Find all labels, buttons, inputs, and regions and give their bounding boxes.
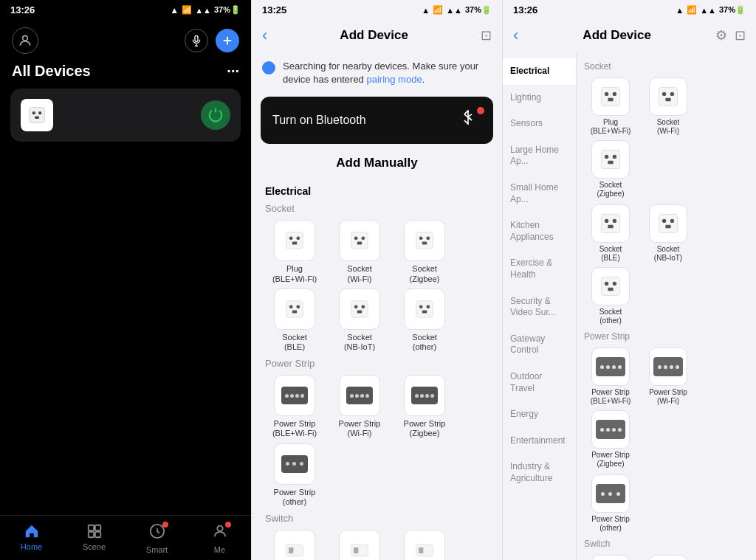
- sidebar-cat-entertainment[interactable]: Entertainment: [503, 428, 576, 454]
- socket-wifi-icon: [339, 220, 380, 261]
- signal-icon-p2: ▲▲: [446, 6, 462, 15]
- ps-zigbee-item[interactable]: Power Strip(Zigbee): [395, 375, 454, 438]
- avatar[interactable]: [12, 27, 38, 54]
- bluetooth-icon-wrap: [461, 110, 481, 131]
- add-device-panel-full: 13:26 ▲ 📶 ▲▲ 37%🔋 ‹ Add Device ⚙ ⊡ Elect…: [502, 0, 756, 560]
- ps-ble-wifi-item[interactable]: Power Strip(BLE+Wi-Fi): [265, 375, 324, 438]
- ps-wifi-icon: [339, 375, 380, 416]
- category-sidebar[interactable]: Electrical Lighting Sensors Large Home A…: [503, 52, 577, 560]
- sidebar-cat-small-home[interactable]: Small Home Ap...: [503, 175, 576, 212]
- svg-point-36: [419, 305, 423, 308]
- switch-3-item[interactable]: Switch: [395, 530, 454, 560]
- sidebar-cat-sensors[interactable]: Sensors: [503, 111, 576, 137]
- back-button-p3[interactable]: ‹: [513, 26, 518, 45]
- nav-scene[interactable]: Scene: [63, 516, 126, 560]
- p3-plug-ble-wifi-label: Plug(BLE+Wi-Fi): [591, 118, 631, 136]
- p3-ps-other[interactable]: Power Strip(other): [584, 474, 637, 533]
- ps-zigbee-icon: [404, 375, 445, 416]
- plug-ble-wifi-item[interactable]: Plug(BLE+Wi-Fi): [265, 220, 324, 283]
- ps-other-item[interactable]: Power Strip(other): [265, 443, 324, 507]
- svg-rect-57: [601, 214, 619, 232]
- back-button-p2[interactable]: ‹: [262, 26, 267, 45]
- p3-switch-ble-wifi[interactable]: Switch(BLE+Wi-Fi): [584, 555, 637, 560]
- notice-text: Searching for nearby devices. Make sure …: [283, 60, 492, 86]
- panel3-layout: Electrical Lighting Sensors Large Home A…: [503, 52, 756, 560]
- p3-socket-zigbee[interactable]: Socket(Zigbee): [584, 140, 637, 198]
- bottom-nav: Home Scene Smart Me: [0, 515, 251, 560]
- svg-point-25: [426, 237, 430, 241]
- p3-plug-ble-wifi[interactable]: Plug(BLE+Wi-Fi): [584, 77, 637, 136]
- socket-nbiot-icon: [339, 288, 380, 330]
- switch-2-item[interactable]: Switch: [330, 530, 389, 560]
- sidebar-cat-security[interactable]: Security & Video Sur...: [503, 288, 576, 326]
- sidebar-cat-gateway[interactable]: Gateway Control: [503, 326, 576, 364]
- nav-smart[interactable]: Smart: [126, 516, 188, 560]
- nav-home-label: Home: [21, 542, 42, 551]
- sidebar-cat-kitchen[interactable]: Kitchen Appliances: [503, 212, 576, 250]
- p3-socket-wifi[interactable]: Socket(Wi-Fi): [642, 77, 695, 136]
- ps-wifi-item[interactable]: Power Strip(Wi-Fi): [330, 375, 389, 438]
- sidebar-cat-lighting[interactable]: Lighting: [503, 85, 576, 111]
- p3-switch-grid: Switch(BLE+Wi-Fi) Switch(Wi-Fi): [584, 555, 749, 560]
- bluetooth-toggle-bar[interactable]: Turn on Bluetooth: [261, 97, 493, 144]
- svg-point-54: [605, 155, 608, 159]
- socket-zigbee-item[interactable]: Socket(Zigbee): [395, 220, 454, 283]
- p3-ps-wifi[interactable]: Power Strip(Wi-Fi): [642, 348, 695, 406]
- p3-socket-other-icon: [591, 267, 630, 305]
- panel1-header-left: [12, 27, 38, 54]
- ps-ble-wifi-label: Power Strip(BLE+Wi-Fi): [272, 419, 317, 438]
- socket-nbiot-item[interactable]: Socket(NB-IoT): [330, 288, 389, 352]
- power-button[interactable]: [201, 100, 230, 130]
- expand-button-p3[interactable]: ⊡: [735, 27, 746, 44]
- settings-button-p3[interactable]: ⚙: [715, 27, 727, 44]
- socket-ble-item[interactable]: Socket(BLE): [265, 288, 324, 352]
- sidebar-cat-large-home[interactable]: Large Home Ap...: [503, 137, 576, 175]
- svg-point-29: [296, 305, 300, 308]
- p3-ps-grid: Power Strip(BLE+Wi-Fi) Power Strip(Wi-Fi…: [584, 348, 749, 469]
- sidebar-cat-outdoor[interactable]: Outdoor Travel: [503, 364, 576, 401]
- p3-ps-zigbee[interactable]: Power Strip(Zigbee): [584, 410, 637, 469]
- status-bar-panel3: 13:26 ▲ 📶 ▲▲ 37%🔋: [503, 0, 756, 20]
- svg-point-28: [289, 305, 293, 308]
- more-options-button[interactable]: ···: [227, 63, 239, 80]
- signal-icon-p3: ▲▲: [700, 6, 716, 15]
- nav-me[interactable]: Me: [188, 516, 251, 560]
- sidebar-cat-energy[interactable]: Energy: [503, 401, 576, 428]
- svg-rect-27: [286, 301, 303, 317]
- p3-ps-zigbee-label: Power Strip(Zigbee): [591, 451, 630, 469]
- p3-socket-other[interactable]: Socket(other): [584, 267, 637, 325]
- sidebar-cat-exercise[interactable]: Exercise & Health: [503, 250, 576, 288]
- socket-other-item[interactable]: Socket(other): [395, 288, 454, 352]
- svg-rect-22: [357, 242, 362, 245]
- nav-smart-label: Smart: [146, 545, 168, 554]
- add-button[interactable]: [216, 29, 239, 52]
- device-content-area[interactable]: Socket Plug(BLE+Wi-Fi): [577, 52, 756, 560]
- svg-point-32: [354, 305, 358, 308]
- electrical-category-label: Electrical: [265, 185, 489, 197]
- socket-wifi-item[interactable]: Socket(Wi-Fi): [330, 220, 389, 283]
- sidebar-cat-electrical[interactable]: Electrical: [503, 58, 576, 85]
- device-card[interactable]: [10, 89, 241, 142]
- svg-point-51: [670, 92, 674, 96]
- svg-rect-52: [665, 98, 670, 102]
- svg-point-33: [361, 305, 365, 308]
- p3-switch-wifi[interactable]: Switch(Wi-Fi): [642, 555, 695, 560]
- p3-socket-nbiot[interactable]: Socket(NB-IoT): [642, 204, 695, 263]
- svg-point-55: [613, 155, 616, 159]
- nav-home[interactable]: Home: [0, 516, 63, 560]
- mic-button[interactable]: [185, 29, 208, 52]
- svg-rect-13: [94, 532, 100, 537]
- sidebar-cat-industry[interactable]: Industry & Agriculture: [503, 454, 576, 491]
- svg-rect-65: [601, 277, 619, 295]
- electrical-section: Electrical Socket Plug(BLE+Wi-Fi): [262, 185, 492, 560]
- battery-p3: 37%🔋: [719, 5, 746, 15]
- expand-button-p2[interactable]: ⊡: [481, 27, 492, 44]
- p3-socket-ble[interactable]: Socket(BLE): [584, 204, 637, 263]
- add-manually-scroll[interactable]: Add Manually Electrical Socket: [252, 144, 502, 560]
- p3-ps-ble-wifi[interactable]: Power Strip(BLE+Wi-Fi): [584, 348, 637, 406]
- add-device-panel-bluetooth: 13:25 ▲ 📶 ▲▲ 37%🔋 ‹ Add Device ⊡ Searchi…: [251, 0, 502, 560]
- switch-1-item[interactable]: Switch: [265, 530, 324, 560]
- svg-rect-30: [292, 310, 297, 313]
- svg-point-63: [670, 219, 674, 223]
- pairing-mode-link[interactable]: pairing mode: [366, 74, 422, 85]
